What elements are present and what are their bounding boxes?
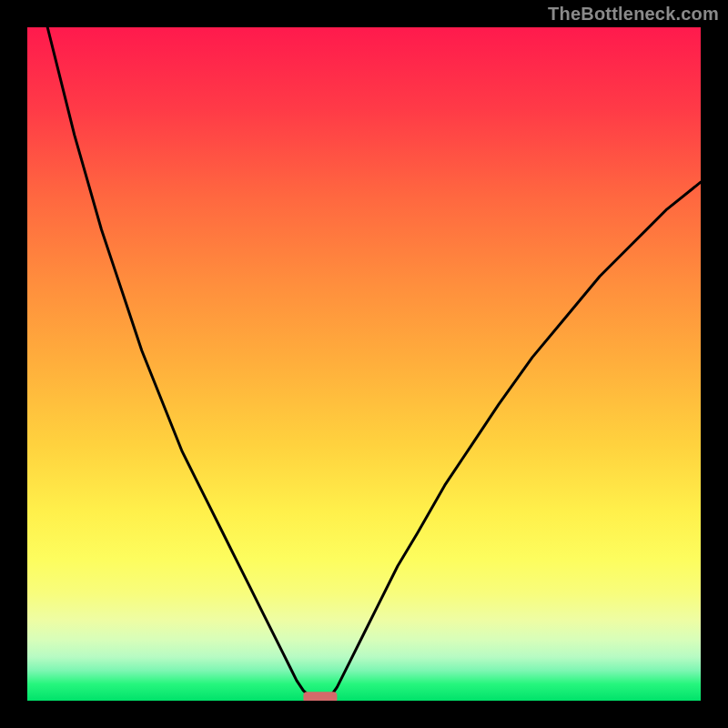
curve-left-branch (47, 27, 310, 697)
optimum-marker (303, 692, 337, 701)
curve-right-branch (330, 182, 701, 696)
watermark: TheBottleneck.com (548, 4, 719, 25)
curve-group (47, 27, 701, 697)
plot-area (27, 27, 701, 701)
curves-layer (27, 27, 701, 701)
chart-frame: TheBottleneck.com (0, 0, 728, 728)
